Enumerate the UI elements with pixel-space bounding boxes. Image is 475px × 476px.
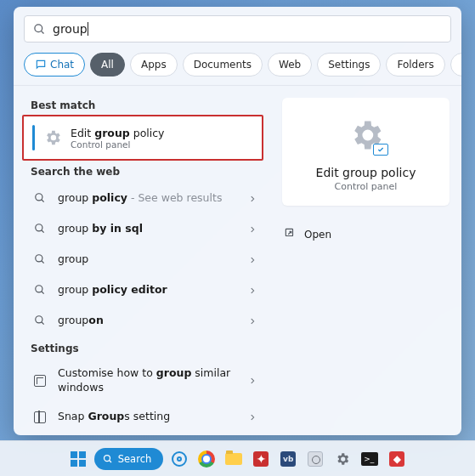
svg-point-10 bbox=[36, 316, 42, 323]
pill-settings[interactable]: Settings bbox=[317, 53, 381, 76]
svg-line-3 bbox=[42, 200, 44, 202]
gpedit-icon bbox=[43, 128, 62, 147]
best-match-result[interactable]: Edit group policy Control panel bbox=[24, 116, 262, 159]
taskbar-search-label: Search bbox=[118, 453, 152, 465]
web-result-item[interactable]: group bbox=[19, 244, 270, 275]
taskbar-camera-icon[interactable] bbox=[304, 448, 326, 470]
chevron-right-icon bbox=[248, 221, 257, 237]
snap-icon bbox=[32, 411, 48, 423]
search-icon bbox=[32, 284, 48, 296]
windows-icon bbox=[32, 375, 48, 387]
active-indicator bbox=[32, 125, 35, 150]
svg-point-8 bbox=[36, 286, 42, 292]
chevron-right-icon bbox=[248, 372, 257, 388]
search-row: group bbox=[14, 7, 461, 49]
chevron-right-icon bbox=[248, 252, 257, 268]
pill-chat[interactable]: Chat bbox=[24, 53, 85, 76]
result-text: Snap Groups setting bbox=[58, 410, 238, 424]
chevron-right-icon bbox=[248, 282, 257, 298]
taskbar: Search ✦ vb >_ ◆ bbox=[0, 440, 475, 476]
search-icon bbox=[32, 253, 48, 265]
pill-label: Settings bbox=[328, 59, 370, 71]
preview-title: Edit group policy bbox=[316, 166, 416, 179]
pill-label: Chat bbox=[50, 59, 74, 71]
pill-documents[interactable]: Documents bbox=[183, 53, 263, 76]
taskbar-explorer-icon[interactable] bbox=[223, 448, 245, 470]
web-result-item[interactable]: groupon bbox=[19, 305, 270, 336]
preview-subtitle: Control panel bbox=[335, 181, 398, 192]
taskbar-anydesk-icon[interactable]: ◆ bbox=[386, 448, 408, 470]
pill-label: Apps bbox=[141, 59, 167, 71]
result-text: group policy - See web results bbox=[58, 191, 238, 206]
windows-search-panel: group Chat All Apps Documents Web Settin… bbox=[14, 7, 461, 435]
search-icon bbox=[32, 314, 48, 326]
web-results-list: group policy - See web results group by … bbox=[19, 183, 270, 336]
result-text: group by in sql bbox=[58, 222, 238, 236]
pill-label: Web bbox=[279, 59, 301, 71]
svg-line-1 bbox=[41, 31, 43, 33]
taskbar-chrome-icon[interactable] bbox=[195, 448, 218, 470]
pill-photos[interactable]: Photos bbox=[450, 53, 461, 76]
preview-card: Edit group policy Control panel bbox=[282, 98, 450, 206]
chevron-right-icon bbox=[248, 409, 257, 425]
svg-point-0 bbox=[35, 24, 42, 31]
svg-point-4 bbox=[36, 224, 42, 231]
taskbar-search-button[interactable]: Search bbox=[94, 448, 164, 470]
check-badge-icon bbox=[373, 144, 388, 156]
svg-line-7 bbox=[42, 261, 44, 264]
results-left: Best match Edit group policy Control pan… bbox=[14, 86, 270, 435]
start-button[interactable] bbox=[67, 448, 89, 470]
taskbar-settings-icon[interactable] bbox=[331, 448, 353, 470]
svg-line-9 bbox=[42, 292, 44, 294]
taskbar-extension-icon[interactable]: ✦ bbox=[250, 448, 272, 470]
open-icon bbox=[284, 226, 296, 242]
web-result-item[interactable]: group by in sql bbox=[19, 213, 270, 244]
pill-label: All bbox=[101, 59, 114, 71]
search-icon bbox=[103, 454, 113, 464]
open-action[interactable]: Open bbox=[282, 221, 450, 247]
results-columns: Best match Edit group policy Control pan… bbox=[14, 86, 461, 435]
taskbar-terminal-icon[interactable]: >_ bbox=[359, 448, 381, 470]
filter-pills: Chat All Apps Documents Web Settings Fol… bbox=[14, 49, 461, 86]
svg-line-11 bbox=[42, 322, 44, 325]
search-box[interactable]: group bbox=[24, 15, 451, 42]
preview-icon bbox=[348, 116, 385, 154]
web-result-item[interactable]: group policy - See web results bbox=[19, 183, 270, 213]
search-icon bbox=[33, 23, 46, 36]
section-settings: Settings bbox=[19, 336, 270, 360]
chevron-right-icon bbox=[248, 190, 257, 207]
settings-result-item[interactable]: Customise how to group similar windows bbox=[19, 360, 270, 402]
search-icon bbox=[32, 223, 48, 235]
taskbar-virtualbox-icon[interactable]: vb bbox=[277, 448, 299, 470]
pill-apps[interactable]: Apps bbox=[130, 53, 178, 76]
result-text: groupon bbox=[58, 314, 238, 328]
svg-line-14 bbox=[109, 460, 111, 462]
open-label: Open bbox=[304, 229, 331, 241]
section-best-match: Best match bbox=[19, 93, 270, 116]
pill-label: Documents bbox=[194, 59, 252, 71]
pill-web[interactable]: Web bbox=[268, 53, 312, 76]
best-match-text: Edit group policy Control panel bbox=[71, 127, 165, 150]
settings-result-item[interactable]: Snap Groups setting bbox=[19, 402, 270, 433]
preview-pane: Edit group policy Control panel Open bbox=[270, 86, 461, 435]
search-icon bbox=[32, 192, 48, 204]
chevron-right-icon bbox=[248, 313, 257, 329]
result-text: group bbox=[58, 252, 238, 267]
web-result-item[interactable]: group policy editor bbox=[19, 275, 270, 305]
result-text: group policy editor bbox=[58, 283, 238, 298]
settings-results-list: Customise how to group similar windows S… bbox=[19, 360, 270, 435]
section-search-web: Search the web bbox=[19, 159, 270, 183]
pill-all[interactable]: All bbox=[90, 53, 125, 76]
pill-folders[interactable]: Folders bbox=[386, 53, 444, 76]
result-text: Customise how to group similar windows bbox=[58, 366, 238, 395]
svg-point-13 bbox=[104, 455, 110, 461]
svg-point-2 bbox=[36, 194, 42, 201]
text-cursor bbox=[88, 22, 88, 36]
svg-point-6 bbox=[36, 255, 42, 262]
search-query-text: group bbox=[53, 22, 88, 36]
pill-label: Folders bbox=[397, 59, 433, 71]
settings-result-item[interactable]: Choose what windows and tabs appear when… bbox=[19, 433, 270, 435]
svg-line-5 bbox=[42, 230, 44, 233]
taskbar-target-icon[interactable] bbox=[168, 448, 190, 470]
